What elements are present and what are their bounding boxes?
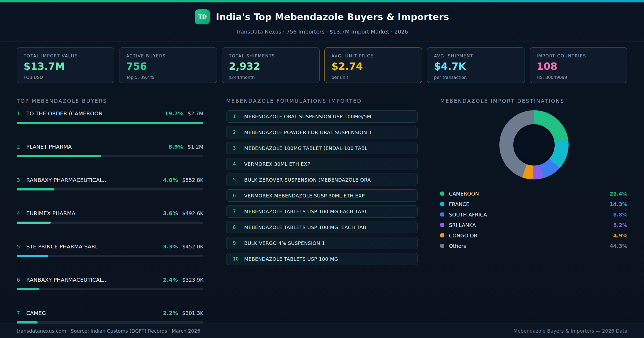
- buyer-share-pct: 2.4%: [163, 277, 178, 283]
- buyer-value: $452.0K: [182, 244, 203, 249]
- legend-label: SOUTH AFRICA: [449, 212, 487, 218]
- buyer-value: $1.2M: [188, 144, 203, 150]
- buyer-row-7[interactable]: 7 CAMEG 2.2% $301.3K: [17, 310, 203, 324]
- buyer-share-pct: 3.3%: [163, 243, 178, 250]
- formulation-pill-4[interactable]: 4 VERMOREX 30ML ETH EXP: [226, 158, 418, 170]
- formulation-pill-10[interactable]: 10 MEBENDAZOLE TABLETS USP 100 MG: [226, 253, 418, 265]
- buyer-progress-track: [17, 122, 203, 124]
- buyer-share-pct: 3.6%: [163, 210, 178, 216]
- formulations-heading: MEBENDAZOLE FORMULATIONS IMPORTED: [226, 98, 418, 104]
- buyer-row-6[interactable]: 6 RANBAXY PHARMACEUTICAL... 2.4% $323.9K: [17, 277, 203, 290]
- buyer-name: RANBAXY PHARMACEUTICAL...: [26, 277, 108, 283]
- formulation-pill-2[interactable]: 2 MEBENDAZOLE POWDER FOR ORAL SUSPENSION…: [226, 126, 418, 138]
- buyer-rank: 4: [17, 210, 26, 216]
- stat-card-avg-shipment[interactable]: AVG. SHIPMENT $4.7K per transaction: [427, 47, 525, 83]
- stat-value: 756: [126, 61, 210, 72]
- buyer-progress-track: [17, 255, 203, 257]
- formulation-name: MEBENDAZOLE ORAL SUSPENSION USP 100MG/5M: [244, 114, 371, 119]
- legend-label: CONGO DR: [449, 233, 477, 238]
- stat-value: $13.7M: [24, 61, 107, 72]
- formulation-name: BULK ZEROVER SUSPENSION (MEBENDAZOLE ORA: [244, 177, 371, 183]
- buyer-rank: 1: [17, 110, 26, 117]
- formulation-pill-3[interactable]: 3 MEBENDAZOLE 100MG TABLET (ENDAL-100 TA…: [226, 142, 418, 154]
- buyer-rank: 6: [17, 277, 26, 283]
- stat-sub: FOB USD: [24, 75, 107, 80]
- legend-pct: 14.3%: [610, 201, 627, 207]
- stat-label: ACTIVE BUYERS: [126, 53, 210, 58]
- stat-sub: per unit: [331, 75, 415, 80]
- formulation-pill-7[interactable]: 7 MEBENDAZOLE TABLETS USP 100 MG.EACH TA…: [226, 205, 418, 218]
- legend-row-congo-dr[interactable]: CONGO DR 4.9%: [440, 232, 627, 239]
- legend-pct: 5.2%: [613, 222, 627, 228]
- legend-label: FRANCE: [449, 201, 469, 207]
- stat-card-total-shipments[interactable]: TOTAL SHIPMENTS 2,932 ▯244/month: [222, 47, 320, 83]
- formulation-num: 6: [233, 193, 244, 198]
- buyer-share-pct: 4.0%: [163, 177, 178, 183]
- buyer-rank: 7: [17, 310, 26, 316]
- formulation-name: MEBENDAZOLE TABLETS USP 100 MG.EACH TABL: [244, 209, 367, 214]
- buyer-progress-bar: [17, 255, 48, 257]
- stat-sub: ▯244/month: [229, 75, 313, 80]
- destinations-column: MEBENDAZOLE IMPORT DESTINATIONS CAMEROON…: [429, 91, 627, 324]
- import-destinations-donut: [499, 110, 569, 179]
- stat-value: 108: [537, 61, 620, 72]
- buyer-progress-bar: [17, 321, 38, 324]
- buyers-column: TOP MEBENDAZOLE BUYERS 1 TO THE ORDER (C…: [17, 91, 215, 324]
- stat-card-total-import-value[interactable]: TOTAL IMPORT VALUE $13.7M FOB USD: [17, 47, 114, 83]
- legend-row-cameroon[interactable]: CAMEROON 22.4%: [440, 190, 627, 197]
- buyer-progress-bar: [17, 155, 101, 157]
- formulation-pill-1[interactable]: 1 MEBENDAZOLE ORAL SUSPENSION USP 100MG/…: [226, 110, 418, 123]
- formulation-num: 3: [233, 145, 244, 151]
- buyer-row-3[interactable]: 3 RANBAXY PHARMACEUTICAL... 4.0% $552.8K: [17, 177, 203, 190]
- buyer-row-5[interactable]: 5 STE PRINCE PHARMA SARL 3.3% $452.0K: [17, 243, 203, 257]
- stat-value: $2.74: [331, 61, 415, 72]
- formulation-pill-8[interactable]: 8 MEBENDAZOLE TABLETS USP 100 MG. EACH T…: [226, 221, 418, 233]
- buyer-progress-bar: [17, 222, 51, 224]
- stat-sub: per transaction: [434, 75, 518, 80]
- buyer-name: TO THE ORDER (CAMEROON: [26, 110, 103, 117]
- buyer-value: $323.9K: [182, 277, 203, 283]
- formulation-pill-5[interactable]: 5 BULK ZEROVER SUSPENSION (MEBENDAZOLE O…: [226, 174, 418, 186]
- buyer-name: RANBAXY PHARMACEUTICAL...: [26, 177, 108, 183]
- buyer-row-2[interactable]: 2 PLANET PHARMA 8.9% $1.2M: [17, 144, 203, 157]
- formulation-name: VERMOREX MEBENDAZOLE SUSP 30ML ETH EXP: [244, 193, 365, 199]
- buyer-progress-bar: [17, 288, 39, 290]
- buyer-name: EURIMEX PHARMA: [26, 210, 75, 216]
- stat-card-avg-unit-price[interactable]: AVG. UNIT PRICE $2.74 per unit: [324, 47, 422, 83]
- stat-label: AVG. SHIPMENT: [434, 53, 518, 58]
- footer-report-label: Mebendazole Buyers & Importers — 2026 Da…: [513, 328, 627, 334]
- destinations-heading: MEBENDAZOLE IMPORT DESTINATIONS: [440, 98, 627, 104]
- legend-row-sri-lanka[interactable]: SRI LANKA 5.2%: [440, 222, 627, 228]
- stat-sub: Top 5: 39.4%: [126, 75, 210, 80]
- legend-row-south-africa[interactable]: SOUTH AFRICA 8.8%: [440, 211, 627, 218]
- formulations-column: MEBENDAZOLE FORMULATIONS IMPORTED 1 MEBE…: [215, 91, 429, 324]
- legend-pct: 8.8%: [613, 212, 627, 218]
- legend-swatch: [440, 244, 444, 248]
- buyer-progress-track: [17, 288, 203, 290]
- formulation-pill-9[interactable]: 9 BULK VERGO 4% SUSPENSION 1: [226, 237, 418, 249]
- stat-card-import-countries[interactable]: IMPORT COUNTRIES 108 HS: 30049099: [530, 47, 627, 83]
- buyer-row-1[interactable]: 1 TO THE ORDER (CAMEROON 19.7% $2.7M: [17, 110, 203, 124]
- formulation-name: MEBENDAZOLE TABLETS USP 100 MG. EACH TAB: [244, 225, 366, 230]
- donut-hole: [513, 124, 555, 166]
- stat-card-active-buyers[interactable]: ACTIVE BUYERS 756 Top 5: 39.4%: [119, 47, 217, 83]
- buyer-value: $552.8K: [182, 177, 203, 183]
- formulation-num: 5: [233, 177, 244, 182]
- buyer-rank: 2: [17, 144, 26, 150]
- buyer-name: CAMEG: [26, 310, 46, 316]
- stats-row: TOTAL IMPORT VALUE $13.7M FOB USD ACTIVE…: [0, 42, 644, 83]
- buyer-value: $301.3K: [182, 310, 203, 316]
- legend-row-others[interactable]: Others 44.3%: [440, 243, 627, 249]
- legend-label: Others: [449, 243, 466, 249]
- buyer-row-4[interactable]: 4 EURIMEX PHARMA 3.6% $492.6K: [17, 210, 203, 224]
- legend-row-france[interactable]: FRANCE 14.3%: [440, 201, 627, 207]
- formulation-name: MEBENDAZOLE TABLETS USP 100 MG: [244, 256, 338, 262]
- formulation-num: 10: [233, 256, 244, 262]
- formulation-num: 4: [233, 161, 244, 167]
- buyer-progress-bar: [17, 122, 203, 124]
- formulation-pill-6[interactable]: 6 VERMOREX MEBENDAZOLE SUSP 30ML ETH EXP: [226, 189, 418, 202]
- dashboard-page: TD India's Top Mebendazole Buyers & Impo…: [0, 0, 644, 338]
- header: TD India's Top Mebendazole Buyers & Impo…: [0, 2, 644, 42]
- stat-label: IMPORT COUNTRIES: [537, 53, 620, 58]
- stat-value: $4.7K: [434, 61, 518, 72]
